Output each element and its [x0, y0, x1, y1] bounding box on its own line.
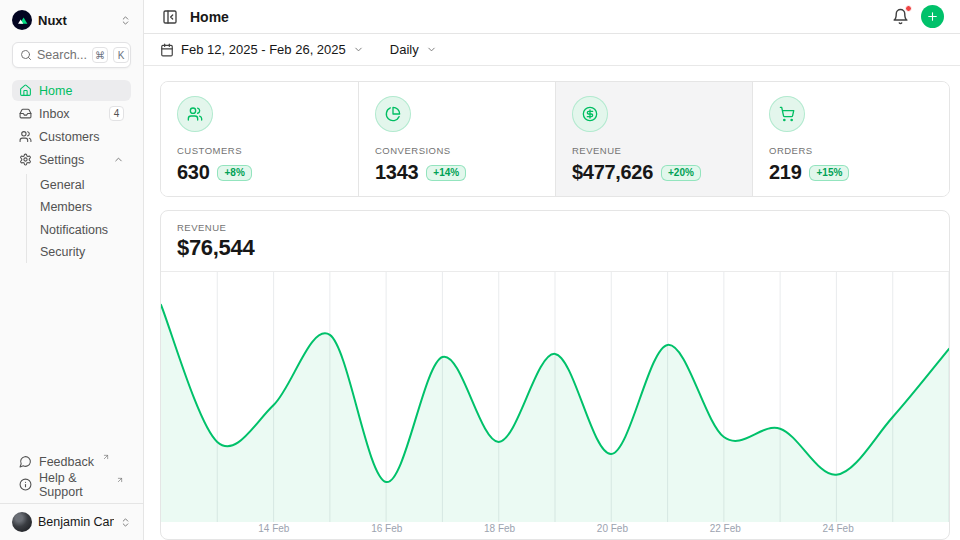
- pie-chart-icon: [375, 96, 411, 132]
- user-name: Benjamin Canac: [38, 515, 114, 529]
- users-icon: [177, 96, 213, 132]
- help-support-link[interactable]: Help & Support: [12, 474, 131, 495]
- settings-subnav: General Members Notifications Security: [26, 174, 131, 263]
- sidebar-item-label: Notifications: [40, 223, 129, 237]
- chevron-up-icon: [113, 154, 124, 165]
- inbox-icon: [19, 107, 32, 120]
- external-link-icon: [102, 453, 110, 461]
- sidebar-item-inbox[interactable]: Inbox 4: [12, 103, 131, 124]
- sidebar-item-label: Customers: [39, 130, 124, 144]
- chart-label: REVENUE: [177, 222, 933, 233]
- sidebar-item-general[interactable]: General: [38, 174, 131, 196]
- external-link-icon: [116, 476, 124, 484]
- stats-row: CUSTOMERS 630 +8% CONVERSIONS 1343 +14%: [160, 81, 950, 197]
- sidebar-footer: Feedback Help & Support: [0, 445, 143, 503]
- x-axis-tick-label: 20 Feb: [597, 523, 628, 534]
- chevrons-up-down-icon: [120, 517, 131, 528]
- stat-delta-badge: +20%: [661, 165, 701, 181]
- gear-icon: [19, 153, 32, 166]
- sidebar-item-members[interactable]: Members: [38, 197, 131, 219]
- stat-label: ORDERS: [769, 145, 933, 156]
- nuxt-logo-icon: [12, 10, 32, 30]
- chevrons-up-down-icon: [120, 15, 131, 26]
- sidebar-item-customers[interactable]: Customers: [12, 126, 131, 147]
- notification-dot: [905, 5, 912, 12]
- feedback-link[interactable]: Feedback: [12, 451, 131, 472]
- top-header: Home: [144, 0, 960, 34]
- sidebar-item-label: Members: [40, 200, 129, 214]
- info-circle-icon: [19, 478, 32, 491]
- sidebar-item-label: Inbox: [39, 107, 102, 121]
- stat-delta-badge: +15%: [809, 165, 849, 181]
- team-name: Nuxt: [38, 13, 114, 28]
- stat-label: CUSTOMERS: [177, 145, 342, 156]
- chevron-down-icon: [426, 44, 437, 55]
- sidebar-item-notifications[interactable]: Notifications: [38, 219, 131, 241]
- shopping-cart-icon: [769, 96, 805, 132]
- stat-delta-badge: +8%: [217, 165, 251, 181]
- main-area: Home Feb 12, 2025 - Feb 26, 2025 Daily: [144, 0, 960, 540]
- stat-label: CONVERSIONS: [375, 145, 539, 156]
- users-icon: [19, 130, 32, 143]
- x-axis-tick-label: 22 Feb: [710, 523, 741, 534]
- circle-dollar-icon: [572, 96, 608, 132]
- stat-value: 219: [769, 161, 801, 184]
- x-axis-tick-label: 18 Feb: [484, 523, 515, 534]
- sidebar-item-security[interactable]: Security: [38, 242, 131, 264]
- interval-select[interactable]: Daily: [390, 42, 437, 57]
- sidebar: Nuxt Search... ⌘ K Home Inbox 4: [0, 0, 144, 540]
- feedback-label: Feedback: [39, 455, 94, 469]
- sidebar-collapse-button[interactable]: [160, 7, 180, 27]
- interval-value: Daily: [390, 42, 419, 57]
- message-bubble-icon: [19, 455, 32, 468]
- revenue-chart-card: REVENUE $76,544 14 Feb16 Feb18 Feb20 Feb…: [160, 210, 950, 540]
- avatar: [12, 512, 32, 532]
- team-switcher[interactable]: Nuxt: [0, 0, 143, 42]
- notifications-button[interactable]: [890, 6, 911, 27]
- date-range-picker[interactable]: Feb 12, 2025 - Feb 26, 2025: [160, 42, 364, 57]
- sidebar-item-settings[interactable]: Settings: [12, 149, 131, 170]
- x-axis-tick-label: 16 Feb: [371, 523, 402, 534]
- chevron-down-icon: [353, 44, 364, 55]
- sidebar-item-label: General: [40, 178, 129, 192]
- page-title: Home: [190, 9, 229, 25]
- x-axis-tick-label: 24 Feb: [823, 523, 854, 534]
- stat-delta-badge: +14%: [426, 165, 466, 181]
- sidebar-item-label: Security: [40, 245, 129, 259]
- sidebar-item-home[interactable]: Home: [12, 80, 131, 101]
- user-menu[interactable]: Benjamin Canac: [0, 503, 143, 540]
- stat-card-orders[interactable]: ORDERS 219 +15%: [752, 82, 949, 196]
- add-button[interactable]: [921, 5, 944, 28]
- kbd-k: K: [113, 47, 129, 63]
- chart-canvas[interactable]: [161, 272, 949, 522]
- search-input[interactable]: Search... ⌘ K: [12, 42, 131, 68]
- stat-card-revenue[interactable]: REVENUE $477,626 +20%: [555, 82, 752, 196]
- x-axis: 14 Feb16 Feb18 Feb20 Feb22 Feb24 Feb: [161, 522, 949, 539]
- revenue-area-chart[interactable]: [161, 272, 949, 522]
- inbox-count-badge: 4: [109, 106, 124, 121]
- stat-value: 1343: [375, 161, 418, 184]
- dashboard-content: CUSTOMERS 630 +8% CONVERSIONS 1343 +14%: [144, 66, 960, 540]
- search-placeholder: Search...: [37, 48, 87, 62]
- stat-value: $477,626: [572, 161, 653, 184]
- stat-label: REVENUE: [572, 145, 736, 156]
- date-range-value: Feb 12, 2025 - Feb 26, 2025: [181, 42, 346, 57]
- kbd-cmd: ⌘: [92, 47, 108, 63]
- chart-header: REVENUE $76,544: [161, 211, 949, 272]
- sidebar-nav: Home Inbox 4 Customers Settings: [0, 80, 143, 263]
- sidebar-item-label: Home: [39, 84, 124, 98]
- search-icon: [20, 49, 32, 61]
- sidebar-item-label: Settings: [39, 153, 106, 167]
- help-support-label: Help & Support: [39, 471, 108, 499]
- filter-bar: Feb 12, 2025 - Feb 26, 2025 Daily: [144, 34, 960, 66]
- stat-card-customers[interactable]: CUSTOMERS 630 +8%: [161, 82, 358, 196]
- home-icon: [19, 84, 32, 97]
- chart-total-value: $76,544: [177, 235, 933, 261]
- calendar-icon: [160, 43, 174, 57]
- stat-card-conversions[interactable]: CONVERSIONS 1343 +14%: [358, 82, 555, 196]
- x-axis-tick-label: 14 Feb: [258, 523, 289, 534]
- stat-value: 630: [177, 161, 209, 184]
